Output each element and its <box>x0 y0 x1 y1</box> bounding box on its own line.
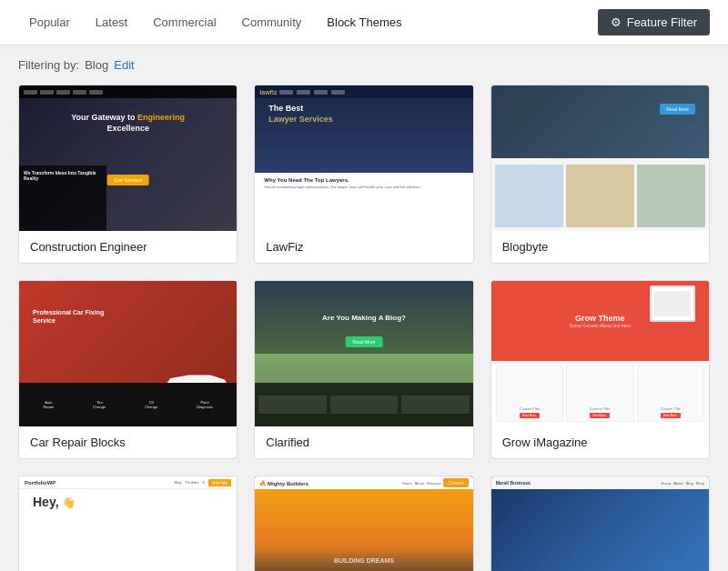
theme-thumbnail-marali: Marali Business Home About Blog Shop <box>491 476 709 571</box>
tab-block-themes[interactable]: Block Themes <box>316 8 412 36</box>
theme-thumbnail-construction: Your Gateway to EngineeringExcellence Ge… <box>19 85 237 231</box>
page-wrapper: Popular Latest Commercial Community Bloc… <box>0 0 728 571</box>
tab-popular[interactable]: Popular <box>18 8 81 36</box>
theme-card-clarified[interactable]: Clarified Are You Making A Blog? Read Mo… <box>254 280 473 459</box>
theme-thumbnail-car: RAITON Book Appointment Professional Car… <box>19 281 237 426</box>
tab-community[interactable]: Community <box>231 8 313 36</box>
theme-name-blogbyte: Blogbyte <box>491 231 709 263</box>
theme-card-car-repair[interactable]: RAITON Book Appointment Professional Car… <box>18 280 238 459</box>
theme-thumbnail-lawfiz: lawfiz The BestLawyer Services Why You N… <box>255 85 472 231</box>
nav-bar: Popular Latest Commercial Community Bloc… <box>0 0 728 45</box>
gear-icon <box>611 15 622 29</box>
theme-thumbnail-portfolio: PortfolioWP Blog Portfolio X Hire Me Hey… <box>19 476 237 571</box>
filter-bar: Filtering by: Blog Edit <box>0 45 728 85</box>
theme-name-grow: Grow iMagazine <box>491 426 709 458</box>
theme-card-marali[interactable]: Marali Business Home About Blog Shop Mar… <box>490 476 710 571</box>
filter-tag: Blog <box>85 58 108 72</box>
nav-tabs: Popular Latest Commercial Community Bloc… <box>18 8 412 36</box>
filtering-by-label: Filtering by: <box>18 58 79 72</box>
theme-thumbnail-blogbyte: EZTI HOME ABOUT BLOG CONTACT Read More <box>491 85 709 231</box>
themes-grid: Your Gateway to EngineeringExcellence Ge… <box>0 85 728 571</box>
theme-card-mighty[interactable]: 🔥 Mighty Builders Home About Services Co… <box>254 476 473 571</box>
theme-name-clarified: Clarified <box>255 426 472 458</box>
theme-card-blogbyte[interactable]: EZTI HOME ABOUT BLOG CONTACT Read More <box>490 85 710 264</box>
theme-card-construction-engineer[interactable]: Your Gateway to EngineeringExcellence Ge… <box>18 85 238 264</box>
theme-thumbnail-mighty: 🔥 Mighty Builders Home About Services Co… <box>255 476 472 571</box>
theme-card-lawfiz[interactable]: lawfiz The BestLawyer Services Why You N… <box>254 85 473 264</box>
feature-filter-label: Feature Filter <box>627 15 697 29</box>
theme-name-car: Car Repair Blocks <box>19 426 237 458</box>
tab-commercial[interactable]: Commercial <box>142 8 227 36</box>
tab-latest[interactable]: Latest <box>85 8 138 36</box>
feature-filter-button[interactable]: Feature Filter <box>598 9 710 35</box>
theme-name-construction: Construction Engineer <box>19 231 237 263</box>
theme-thumbnail-clarified: Clarified Are You Making A Blog? Read Mo… <box>255 281 472 426</box>
theme-card-grow[interactable]: HOME ABOUT PORTFOLIO PAGES BLOG CONTACT … <box>490 280 710 459</box>
filter-edit-link[interactable]: Edit <box>114 58 134 72</box>
theme-card-portfolio[interactable]: PortfolioWP Blog Portfolio X Hire Me Hey… <box>18 476 238 571</box>
theme-thumbnail-grow: HOME ABOUT PORTFOLIO PAGES BLOG CONTACT … <box>491 281 709 426</box>
theme-name-lawfiz: LawFiz <box>255 231 472 263</box>
